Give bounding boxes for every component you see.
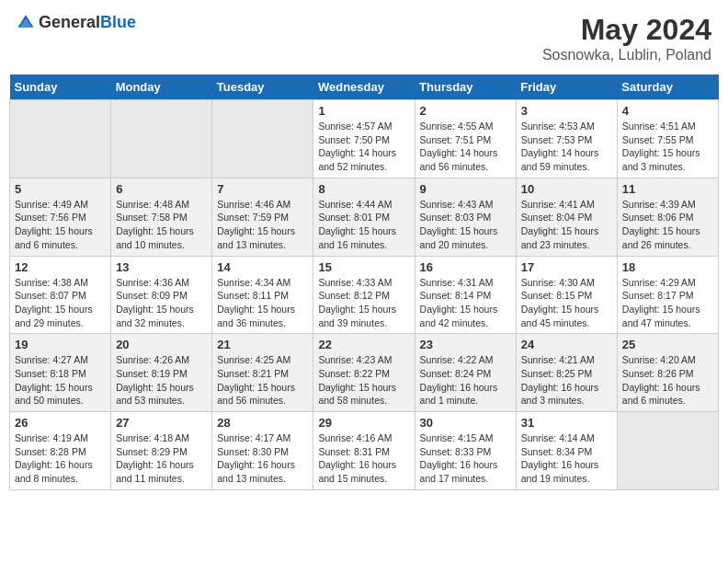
calendar-cell: 3Sunrise: 4:53 AM Sunset: 7:53 PM Daylig… [516,100,617,178]
day-number: 12 [15,260,106,274]
day-info: Sunrise: 4:46 AM Sunset: 7:59 PM Dayligh… [217,198,308,252]
weekday-header-saturday: Saturday [617,75,718,100]
day-number: 9 [420,182,511,196]
day-number: 26 [15,416,106,430]
calendar-cell: 10Sunrise: 4:41 AM Sunset: 8:04 PM Dayli… [516,178,617,256]
calendar-cell: 18Sunrise: 4:29 AM Sunset: 8:17 PM Dayli… [617,256,718,334]
day-number: 25 [622,338,713,351]
calendar-cell: 20Sunrise: 4:26 AM Sunset: 8:19 PM Dayli… [111,334,212,412]
day-number: 4 [622,104,713,118]
day-number: 21 [217,338,308,351]
day-info: Sunrise: 4:48 AM Sunset: 7:58 PM Dayligh… [116,198,207,252]
calendar-cell: 27Sunrise: 4:18 AM Sunset: 8:29 PM Dayli… [111,412,212,490]
day-number: 11 [622,182,713,196]
day-info: Sunrise: 4:55 AM Sunset: 7:51 PM Dayligh… [420,120,511,174]
day-info: Sunrise: 4:19 AM Sunset: 8:28 PM Dayligh… [15,431,106,486]
calendar-cell: 26Sunrise: 4:19 AM Sunset: 8:28 PM Dayli… [10,412,111,490]
day-info: Sunrise: 4:22 AM Sunset: 8:24 PM Dayligh… [420,353,511,408]
day-number: 1 [318,104,409,118]
calendar-cell: 13Sunrise: 4:36 AM Sunset: 8:09 PM Dayli… [111,256,212,334]
calendar-cell: 17Sunrise: 4:30 AM Sunset: 8:15 PM Dayli… [516,256,617,334]
calendar-cell: 4Sunrise: 4:51 AM Sunset: 7:55 PM Daylig… [617,100,718,178]
calendar-cell: 1Sunrise: 4:57 AM Sunset: 7:50 PM Daylig… [313,100,415,178]
main-title: May 2024 [542,13,711,47]
day-info: Sunrise: 4:18 AM Sunset: 8:29 PM Dayligh… [116,431,207,486]
day-info: Sunrise: 4:36 AM Sunset: 8:09 PM Dayligh… [116,276,207,330]
weekday-header-wednesday: Wednesday [313,75,415,100]
weekday-header-tuesday: Tuesday [212,75,313,100]
calendar-cell [617,412,718,490]
weekday-header-sunday: Sunday [10,75,111,100]
day-info: Sunrise: 4:23 AM Sunset: 8:22 PM Dayligh… [318,353,409,408]
calendar-week-row: 19Sunrise: 4:27 AM Sunset: 8:18 PM Dayli… [10,334,719,412]
day-number: 31 [521,416,612,430]
day-number: 15 [318,260,409,274]
weekday-header-friday: Friday [516,75,617,100]
calendar-cell: 15Sunrise: 4:33 AM Sunset: 8:12 PM Dayli… [313,256,415,334]
day-number: 10 [521,182,612,196]
day-info: Sunrise: 4:39 AM Sunset: 8:06 PM Dayligh… [622,198,713,252]
day-number: 14 [217,260,308,274]
day-info: Sunrise: 4:27 AM Sunset: 8:18 PM Dayligh… [15,353,106,408]
calendar-cell: 29Sunrise: 4:16 AM Sunset: 8:31 PM Dayli… [313,412,415,490]
calendar-cell: 9Sunrise: 4:43 AM Sunset: 8:03 PM Daylig… [415,178,516,256]
calendar-cell: 7Sunrise: 4:46 AM Sunset: 7:59 PM Daylig… [212,178,313,256]
logo-text-general: General [39,13,100,31]
day-info: Sunrise: 4:25 AM Sunset: 8:21 PM Dayligh… [217,353,308,408]
day-info: Sunrise: 4:57 AM Sunset: 7:50 PM Dayligh… [318,120,409,174]
calendar-cell: 19Sunrise: 4:27 AM Sunset: 8:18 PM Dayli… [10,334,111,412]
logo-icon [17,14,35,32]
day-number: 8 [318,182,409,196]
calendar-cell [111,100,212,178]
day-info: Sunrise: 4:29 AM Sunset: 8:17 PM Dayligh… [622,276,713,330]
calendar-cell: 23Sunrise: 4:22 AM Sunset: 8:24 PM Dayli… [415,334,516,412]
day-info: Sunrise: 4:41 AM Sunset: 8:04 PM Dayligh… [521,198,612,252]
day-number: 18 [622,260,713,274]
day-info: Sunrise: 4:26 AM Sunset: 8:19 PM Dayligh… [116,353,207,408]
day-number: 27 [116,416,207,430]
day-info: Sunrise: 4:53 AM Sunset: 7:53 PM Dayligh… [521,120,612,174]
calendar-cell: 22Sunrise: 4:23 AM Sunset: 8:22 PM Dayli… [313,334,415,412]
day-info: Sunrise: 4:38 AM Sunset: 8:07 PM Dayligh… [15,276,106,330]
day-info: Sunrise: 4:21 AM Sunset: 8:25 PM Dayligh… [521,353,612,408]
day-number: 5 [15,182,106,196]
weekday-header-row: SundayMondayTuesdayWednesdayThursdayFrid… [10,75,719,100]
day-number: 17 [521,260,612,274]
weekday-header-thursday: Thursday [415,75,516,100]
calendar-cell: 30Sunrise: 4:15 AM Sunset: 8:33 PM Dayli… [415,412,516,490]
day-info: Sunrise: 4:43 AM Sunset: 8:03 PM Dayligh… [420,198,511,252]
calendar-week-row: 5Sunrise: 4:49 AM Sunset: 7:56 PM Daylig… [10,178,719,256]
calendar-table: SundayMondayTuesdayWednesdayThursdayFrid… [9,75,719,490]
day-number: 3 [521,104,612,118]
day-number: 23 [420,338,511,351]
day-info: Sunrise: 4:51 AM Sunset: 7:55 PM Dayligh… [622,120,713,174]
calendar-cell: 25Sunrise: 4:20 AM Sunset: 8:26 PM Dayli… [617,334,718,412]
calendar-cell: 11Sunrise: 4:39 AM Sunset: 8:06 PM Dayli… [617,178,718,256]
day-info: Sunrise: 4:44 AM Sunset: 8:01 PM Dayligh… [318,198,409,252]
title-block: May 2024 Sosnowka, Lublin, Poland [542,13,711,63]
day-info: Sunrise: 4:34 AM Sunset: 8:11 PM Dayligh… [217,276,308,330]
calendar-week-row: 1Sunrise: 4:57 AM Sunset: 7:50 PM Daylig… [10,100,719,178]
weekday-header-monday: Monday [111,75,212,100]
day-info: Sunrise: 4:15 AM Sunset: 8:33 PM Dayligh… [420,431,511,486]
day-number: 6 [116,182,207,196]
subtitle: Sosnowka, Lublin, Poland [542,47,711,63]
day-number: 16 [420,260,511,274]
day-number: 30 [420,416,511,430]
calendar-week-row: 12Sunrise: 4:38 AM Sunset: 8:07 PM Dayli… [10,256,719,334]
calendar-cell: 16Sunrise: 4:31 AM Sunset: 8:14 PM Dayli… [415,256,516,334]
day-number: 28 [217,416,308,430]
day-number: 22 [318,338,409,351]
calendar-cell: 24Sunrise: 4:21 AM Sunset: 8:25 PM Dayli… [516,334,617,412]
day-info: Sunrise: 4:17 AM Sunset: 8:30 PM Dayligh… [217,431,308,486]
calendar-cell [10,100,111,178]
page-header: GeneralBlue May 2024 Sosnowka, Lublin, P… [9,9,719,67]
day-info: Sunrise: 4:33 AM Sunset: 8:12 PM Dayligh… [318,276,409,330]
logo-text-blue: Blue [100,13,136,31]
day-number: 2 [420,104,511,118]
calendar-cell [212,100,313,178]
calendar-cell: 21Sunrise: 4:25 AM Sunset: 8:21 PM Dayli… [212,334,313,412]
day-number: 24 [521,338,612,351]
day-number: 19 [15,338,106,351]
calendar-cell: 12Sunrise: 4:38 AM Sunset: 8:07 PM Dayli… [10,256,111,334]
